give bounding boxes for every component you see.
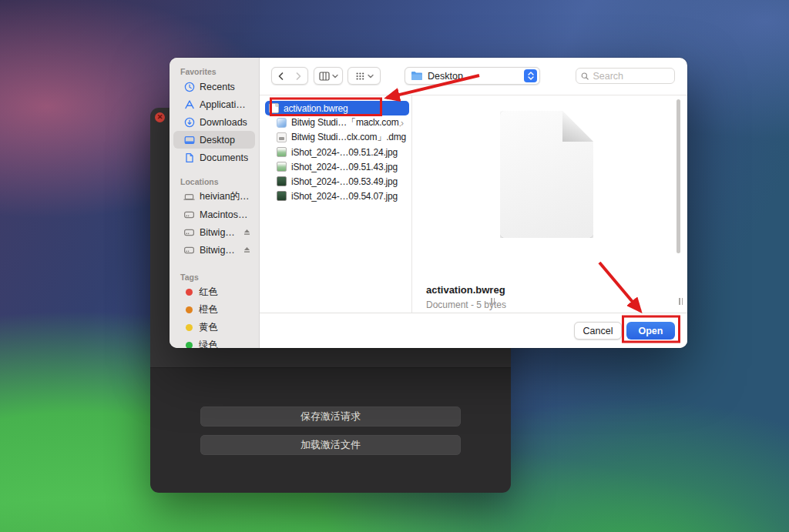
sidebar-item-label: 黄色 (199, 321, 218, 334)
sidebar-item-label: Documents (200, 152, 248, 163)
locations-section-label: Locations (170, 176, 259, 188)
popup-stepper-icon (524, 69, 537, 82)
file-name: Bitwig Studi…「maclx.com」 (291, 116, 401, 129)
column-view-icon (319, 72, 330, 81)
file-row-ishot-1[interactable]: iShot_2024-…09.51.24.jpg (265, 145, 409, 159)
desktop-icon (183, 134, 195, 146)
sidebar-item-bitwig-volume-2[interactable]: Bitwig… (173, 241, 255, 259)
document-icon (183, 152, 195, 163)
sidebar-item-recents[interactable]: Recents (173, 78, 255, 95)
image-file-icon (277, 176, 287, 186)
file-row-bitwig-dmg[interactable]: Bitwig Studi…clx.com」.dmg (265, 130, 409, 145)
column-resize-handle[interactable] (679, 298, 685, 305)
chevron-down-icon (332, 74, 338, 79)
file-name: iShot_2024-…09.51.24.jpg (291, 147, 398, 158)
chevron-down-icon (368, 74, 374, 79)
image-file-icon (277, 162, 287, 172)
grid-view-icon (355, 72, 365, 81)
hard-drive-icon (183, 209, 195, 220)
screen: ✕ 保存激活请求 加载激活文件 Favorites Recents Applic… (0, 0, 789, 532)
sidebar-item-label: heivian的… (200, 190, 250, 203)
sidebar-item-bitwig-volume-1[interactable]: Bitwig… (173, 223, 255, 241)
sidebar-item-label: 红色 (199, 286, 218, 299)
save-activation-request-button[interactable]: 保存激活请求 (200, 407, 461, 427)
sidebar-item-label: Downloads (200, 117, 247, 128)
forward-button[interactable] (290, 68, 307, 84)
document-file-icon (269, 103, 279, 113)
finder-sidebar: Favorites Recents Applicati… Downloads (170, 58, 260, 348)
sidebar-item-label: Desktop (200, 135, 235, 146)
close-window-button[interactable]: ✕ (155, 112, 165, 122)
tags-section-label: Tags (170, 271, 259, 283)
search-input[interactable] (593, 71, 670, 82)
current-location-label: Desktop (428, 71, 463, 82)
sidebar-item-applications[interactable]: Applicati… (173, 95, 255, 113)
file-name: iShot_2024-…09.54.07.jpg (291, 191, 398, 202)
search-icon (581, 72, 589, 81)
sidebar-item-label: Bitwig… (200, 227, 235, 238)
load-activation-file-button[interactable]: 加载激活文件 (200, 435, 461, 455)
group-view-button[interactable] (347, 67, 381, 85)
document-preview-icon (500, 111, 593, 238)
location-popup-button[interactable]: Desktop (405, 67, 540, 85)
image-file-icon (277, 191, 287, 201)
folder-icon (411, 71, 423, 81)
file-name: iShot_2024-…09.51.43.jpg (291, 162, 398, 172)
sidebar-item-label: Bitwig… (200, 245, 235, 256)
preview-pane: activation.bwreg Document - 5 bytes Info… (413, 95, 687, 313)
sidebar-tag-yellow[interactable]: 黄色 (173, 319, 255, 336)
history-nav-group (271, 67, 308, 85)
column-resize-handle[interactable] (491, 298, 497, 305)
sidebar-item-documents[interactable]: Documents (173, 149, 255, 166)
hard-drive-icon (183, 226, 195, 238)
open-button[interactable]: Open (626, 322, 675, 340)
file-name: activation.bwreg (284, 103, 348, 114)
file-row-ishot-4[interactable]: iShot_2024-…09.54.07.jpg (265, 189, 409, 203)
hard-drive-icon (183, 244, 195, 256)
back-button[interactable] (272, 68, 290, 84)
file-row-bitwig-folder[interactable]: Bitwig Studi…「maclx.com」 › (265, 115, 409, 130)
clock-icon (183, 81, 195, 92)
image-file-icon (277, 147, 287, 157)
app-file-icon (277, 118, 287, 128)
file-row-activation-bwreg[interactable]: activation.bwreg (265, 101, 409, 115)
sidebar-item-heivian-mac[interactable]: heivian的… (173, 188, 255, 206)
preview-filename: activation.bwreg (426, 284, 505, 296)
sidebar-tag-green[interactable]: 绿色 (173, 336, 255, 348)
dialog-footer: Cancel Open (260, 313, 687, 348)
orange-tag-dot-icon (186, 306, 193, 313)
chevron-right-icon: › (401, 119, 404, 128)
sidebar-tag-red[interactable]: 红色 (173, 283, 255, 301)
green-tag-dot-icon (186, 342, 193, 348)
file-row-ishot-2[interactable]: iShot_2024-…09.51.43.jpg (265, 159, 409, 174)
file-list-column: activation.bwreg Bitwig Studi…「maclx.com… (260, 95, 412, 313)
eject-icon[interactable] (243, 245, 250, 256)
sidebar-item-label: Recents (200, 82, 235, 92)
sidebar-item-desktop[interactable]: Desktop (173, 131, 255, 149)
file-name: iShot_2024-…09.53.49.jpg (291, 176, 398, 187)
preview-scrollbar[interactable] (677, 99, 680, 253)
app-store-icon (183, 99, 195, 110)
laptop-icon (183, 191, 195, 202)
disk-image-file-icon (277, 132, 287, 142)
file-row-ishot-3[interactable]: iShot_2024-…09.53.49.jpg (265, 174, 409, 189)
cancel-button[interactable]: Cancel (574, 322, 622, 340)
sidebar-item-label: 橙色 (199, 303, 218, 316)
favorites-section-label: Favorites (170, 65, 259, 78)
download-circle-icon (183, 116, 195, 128)
yellow-tag-dot-icon (186, 324, 193, 331)
file-name: Bitwig Studi…clx.com」.dmg (291, 131, 406, 144)
eject-icon[interactable] (243, 227, 250, 238)
sidebar-item-label: 绿色 (199, 339, 218, 348)
file-browser-content: activation.bwreg Bitwig Studi…「maclx.com… (260, 95, 687, 313)
open-file-dialog: Favorites Recents Applicati… Downloads (170, 58, 687, 348)
sidebar-item-downloads[interactable]: Downloads (173, 113, 255, 131)
search-field[interactable] (576, 68, 675, 84)
sidebar-item-label: Applicati… (200, 99, 246, 110)
sidebar-item-label: Macintos… (200, 209, 248, 220)
sidebar-item-macintosh-hd[interactable]: Macintos… (173, 206, 255, 223)
sidebar-tag-orange[interactable]: 橙色 (173, 301, 255, 319)
column-view-button[interactable] (314, 67, 343, 85)
red-tag-dot-icon (186, 289, 193, 296)
